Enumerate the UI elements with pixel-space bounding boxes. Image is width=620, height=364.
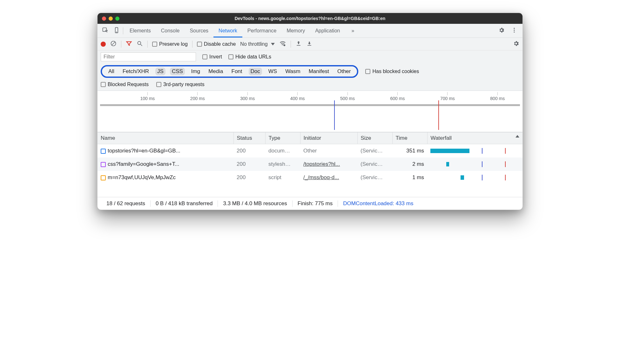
col-initiator[interactable]: Initiator xyxy=(300,132,357,144)
fullscreen-icon[interactable] xyxy=(115,17,119,21)
resource-js-icon xyxy=(101,175,106,180)
search-icon[interactable] xyxy=(137,40,143,48)
cell-type: stylesh… xyxy=(265,158,300,171)
tab-elements[interactable]: Elements xyxy=(125,24,156,37)
initiator-link[interactable]: /_/mss/boq-d... xyxy=(303,174,339,180)
cell-status: 200 xyxy=(233,171,265,184)
tab-console[interactable]: Console xyxy=(156,24,185,37)
sort-ascending-icon xyxy=(516,135,519,138)
upload-har-icon[interactable] xyxy=(295,40,302,48)
cell-size: (Servic… xyxy=(357,144,392,158)
cell-waterfall xyxy=(427,171,522,184)
inspect-icon[interactable] xyxy=(100,27,110,35)
settings-icon[interactable] xyxy=(496,27,507,35)
tab-application[interactable]: Application xyxy=(310,24,345,37)
device-icon[interactable] xyxy=(111,27,122,35)
table-header: Name Status Type Initiator Size Time Wat… xyxy=(98,132,522,144)
cell-size: (Servic… xyxy=(357,158,392,171)
cell-status: 200 xyxy=(233,158,265,171)
cell-status: 200 xyxy=(233,144,265,158)
kebab-icon[interactable] xyxy=(509,27,520,35)
panel-tabs: ElementsConsoleSourcesNetworkPerformance… xyxy=(98,24,522,38)
resource-types-row: AllFetch/XHRJSCSSImgMediaFontDocWSWasmMa… xyxy=(98,63,522,80)
chevron-down-icon xyxy=(271,43,275,45)
load-marker xyxy=(438,100,439,130)
network-conditions-icon[interactable] xyxy=(279,40,286,48)
col-name[interactable]: Name xyxy=(98,132,233,144)
table-row[interactable]: css?family=Google+Sans+T...200stylesh…/t… xyxy=(98,158,522,171)
third-party-checkbox[interactable]: 3rd-party requests xyxy=(156,82,205,87)
col-type[interactable]: Type xyxy=(265,132,300,144)
timeline-overview[interactable]: 100 ms200 ms300 ms400 ms500 ms600 ms700 … xyxy=(98,91,522,132)
type-filter-img[interactable]: Img xyxy=(189,68,202,75)
cell-type: docum… xyxy=(265,144,300,158)
resource-type-filters: AllFetch/XHRJSCSSImgMediaFontDocWSWasmMa… xyxy=(101,65,358,78)
svg-line-9 xyxy=(141,44,142,46)
type-filter-fetchxhr[interactable]: Fetch/XHR xyxy=(121,68,151,75)
cell-size: (Servic… xyxy=(357,171,392,184)
filter-icon[interactable] xyxy=(126,40,132,48)
table-row[interactable]: m=n73qwf,UUJqVe,MpJwZc200script/_/mss/bo… xyxy=(98,171,522,184)
type-filter-css[interactable]: CSS xyxy=(170,68,185,75)
dcl-marker xyxy=(334,100,335,130)
type-filter-font[interactable]: Font xyxy=(230,68,244,75)
svg-point-8 xyxy=(138,41,141,44)
cell-time: 2 ms xyxy=(392,158,427,171)
type-filter-wasm[interactable]: Wasm xyxy=(283,68,302,75)
request-table: Name Status Type Initiator Size Time Wat… xyxy=(98,132,522,197)
cell-name: topstories?hl=en-GB&gl=GB... xyxy=(98,144,233,158)
cell-waterfall xyxy=(427,144,522,158)
tab-performance[interactable]: Performance xyxy=(242,24,282,37)
close-icon[interactable] xyxy=(102,17,106,21)
disable-cache-checkbox[interactable]: Disable cache xyxy=(197,41,236,47)
tab-network[interactable]: Network xyxy=(213,24,242,37)
table-row[interactable]: topstories?hl=en-GB&gl=GB...200docum…Oth… xyxy=(98,144,522,158)
status-bar: 18 / 62 requests 0 B / 418 kB transferre… xyxy=(98,197,522,210)
record-icon[interactable] xyxy=(101,42,106,47)
svg-line-7 xyxy=(112,42,115,45)
status-resources: 3.3 MB / 4.0 MB resources xyxy=(218,200,292,207)
has-blocked-cookies-checkbox[interactable]: Has blocked cookies xyxy=(365,69,419,74)
cell-initiator: /topstories?hl... xyxy=(300,158,357,171)
timeline-tick: 700 ms xyxy=(440,92,455,101)
clear-icon[interactable] xyxy=(110,40,117,48)
col-waterfall[interactable]: Waterfall xyxy=(427,132,522,144)
cell-waterfall xyxy=(427,158,522,171)
preserve-log-checkbox[interactable]: Preserve log xyxy=(152,41,188,47)
status-transferred: 0 B / 418 kB transferred xyxy=(151,200,218,207)
blocked-requests-checkbox[interactable]: Blocked Requests xyxy=(101,82,149,87)
timeline-tick: 600 ms xyxy=(390,92,405,101)
more-tabs[interactable]: » xyxy=(346,24,359,37)
type-filter-media[interactable]: Media xyxy=(206,68,225,75)
type-filter-manifest[interactable]: Manifest xyxy=(307,68,331,75)
status-dcl: DOMContentLoaded: 433 ms xyxy=(338,200,418,207)
minimize-icon[interactable] xyxy=(109,17,113,21)
filter-input[interactable] xyxy=(101,52,196,61)
download-har-icon[interactable] xyxy=(306,40,313,48)
panel-settings-icon[interactable] xyxy=(513,40,519,48)
filter-row: Invert Hide data URLs xyxy=(98,51,522,63)
col-time[interactable]: Time xyxy=(392,132,427,144)
tab-sources[interactable]: Sources xyxy=(185,24,213,37)
svg-point-10 xyxy=(283,44,285,46)
timeline-tick: 500 ms xyxy=(340,92,355,101)
col-status[interactable]: Status xyxy=(233,132,265,144)
timeline-tick: 800 ms xyxy=(490,92,505,101)
timeline-tick: 200 ms xyxy=(190,92,205,101)
initiator-link[interactable]: /topstories?hl... xyxy=(303,161,340,167)
invert-checkbox[interactable]: Invert xyxy=(202,54,222,60)
resource-doc-icon xyxy=(101,149,106,154)
col-size[interactable]: Size xyxy=(357,132,392,144)
type-filter-other[interactable]: Other xyxy=(335,68,353,75)
hide-data-urls-checkbox[interactable]: Hide data URLs xyxy=(228,54,271,60)
timeline-bar xyxy=(100,104,520,106)
network-toolbar: Preserve log Disable cache No throttling xyxy=(98,38,522,51)
type-filter-all[interactable]: All xyxy=(106,68,116,75)
cell-name: m=n73qwf,UUJqVe,MpJwZc xyxy=(98,171,233,184)
type-filter-ws[interactable]: WS xyxy=(266,68,279,75)
type-filter-js[interactable]: JS xyxy=(155,68,165,75)
tab-memory[interactable]: Memory xyxy=(281,24,310,37)
resource-css-icon xyxy=(101,162,106,167)
throttling-select[interactable]: No throttling xyxy=(240,41,274,47)
type-filter-doc[interactable]: Doc xyxy=(249,68,262,75)
